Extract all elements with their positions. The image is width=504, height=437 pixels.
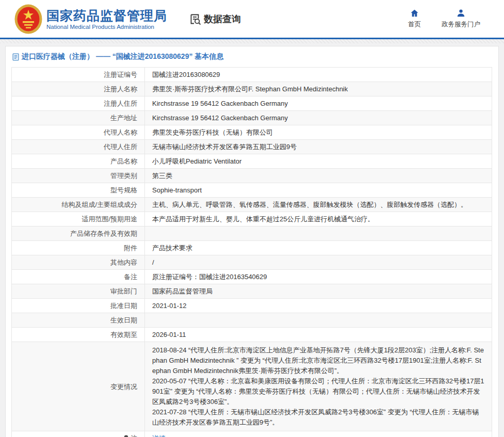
field-value: 国械注进20163080629 — [145, 68, 492, 82]
field-value: 无锡市锡山经济技术开发区春笋路五期工业园9号 — [145, 140, 492, 154]
field-label: 注 — [131, 434, 137, 437]
field-value: 弗里茨史蒂芬医疗科技（无锡）有限公司 — [145, 125, 492, 140]
field-value: 原注册证编号：国械注进20163540629 — [145, 270, 492, 284]
field-value: 2026-01-11 — [145, 328, 492, 342]
field-label: 有效期至 — [12, 328, 145, 342]
data-query-label: 数据查询 — [204, 13, 241, 25]
field-value: 弗里茨·斯蒂芬医疗技术有限公司F. Stephan GmbH Medizinte… — [145, 82, 492, 96]
field-value: Kirchstrasse 19 56412 Gackenbach Germany — [145, 96, 492, 111]
table-row-note: 注 详情 — [12, 431, 492, 437]
field-label: 注册人住所 — [12, 96, 145, 111]
field-label: 结构及组成/主要组成成分 — [12, 198, 145, 212]
brand[interactable]: 国家药品监督管理局 National Medical Products Admi… — [14, 4, 167, 34]
document-search-icon — [189, 13, 201, 25]
field-label: 管理类别 — [12, 169, 145, 183]
field-label: 批准日期 — [12, 299, 145, 313]
change-entry: 2020-05-07 “代理人名称：北京嘉和美康医用设备有限公司；代理人住所：北… — [152, 376, 484, 407]
table-row: 生产地址 Kirchstrasse 19 56412 Gackenbach Ge… — [12, 111, 492, 125]
field-label: 代理人住所 — [12, 140, 145, 154]
table-row: 代理人名称 弗里茨史蒂芬医疗科技（无锡）有限公司 — [12, 125, 492, 140]
table-row: 附件 产品技术要求 — [12, 241, 492, 255]
table-row: 有效期至 2026-01-11 — [12, 328, 492, 342]
nav-home[interactable]: 首页 — [408, 9, 421, 29]
top-nav: 首页 政务服务门户 — [408, 9, 480, 29]
org-name-en: National Medical Products Administration — [46, 24, 167, 30]
field-label: 附件 — [12, 241, 145, 255]
field-label: 产品储存条件及有效期 — [12, 226, 145, 241]
table-row: 产品储存条件及有效期 — [12, 226, 492, 241]
field-value: Sophie-transport — [145, 183, 492, 198]
table-row: 管理类别 第三类 — [12, 169, 492, 183]
field-value: 国家药品监督管理局 — [145, 284, 492, 299]
field-value — [145, 226, 492, 241]
table-row: 型号规格 Sophie-transport — [12, 183, 492, 198]
table-row: 注册人住所 Kirchstrasse 19 56412 Gackenbach G… — [12, 96, 492, 111]
field-label: 生产地址 — [12, 111, 145, 125]
table-row: 产品名称 小儿呼吸机Pediatric Ventilator — [12, 154, 492, 169]
table-row: 结构及组成/主要组成成分 主机、病人单元、呼吸管路、氧传感器、流量传感器、腹部触… — [12, 198, 492, 212]
table-row: 其他内容 / — [12, 255, 492, 270]
field-label: 备注 — [12, 270, 145, 284]
detail-link[interactable]: 详情 — [152, 434, 166, 437]
decorative-hatch-strip — [0, 39, 504, 43]
page-title-text: 进口医疗器械（注册） —— “国械注进20163080629” 基本信息 — [22, 52, 223, 61]
field-label: 产品名称 — [12, 154, 145, 169]
field-label: 适用范围/预期用途 — [12, 212, 145, 226]
field-value — [145, 313, 492, 328]
field-label: 变更情况 — [12, 342, 145, 431]
table-row-change-history: 变更情况 2018-08-24 “代理人住所:北京市海淀区上地信息产业基地开拓路… — [12, 342, 492, 431]
data-query-nav[interactable]: 数据查询 — [189, 13, 241, 25]
page-icon — [12, 53, 19, 61]
field-value: 第三类 — [145, 169, 492, 183]
field-value: Kirchstrasse 19 56412 Gackenbach Germany — [145, 111, 492, 125]
table-row: 注册证编号 国械注进20163080629 — [12, 68, 492, 82]
field-label: 生效日期 — [12, 313, 145, 328]
change-entry: 2021-07-28 “代理人住所：无锡市锡山区经济技术开发区凤威路2号3号楼3… — [152, 407, 484, 428]
field-value: 主机、病人单元、呼吸管路、氧传感器、流量传感器、腹部触发模块（选配）、腹部触发传… — [145, 198, 492, 212]
field-value: 2021-01-12 — [145, 299, 492, 313]
nav-portal[interactable]: 政务服务门户 — [442, 9, 480, 29]
change-history-value: 2018-08-24 “代理人住所:北京市海淀区上地信息产业基地开拓路7号（先锋… — [145, 342, 492, 431]
table-row: 生效日期 — [12, 313, 492, 328]
field-value: 本产品适用于对新生儿、婴儿、体重不超过25公斤儿童进行机械通气治疗。 — [145, 212, 492, 226]
page-title: 进口医疗器械（注册） —— “国械注进20163080629” 基本信息 — [6, 46, 498, 66]
table-row: 批准日期 2021-01-12 — [12, 299, 492, 313]
registration-info-table: 注册证编号 国械注进20163080629 注册人名称 弗里茨·斯蒂芬医疗技术有… — [11, 67, 492, 437]
site-header: 国家药品监督管理局 National Medical Products Admi… — [0, 0, 504, 39]
change-entry: 2018-08-24 “代理人住所:北京市海淀区上地信息产业基地开拓路7号（先锋… — [152, 345, 484, 376]
field-label: 注册证编号 — [12, 68, 145, 82]
field-label: 代理人名称 — [12, 125, 145, 140]
national-emblem-icon — [14, 4, 42, 34]
field-label: 型号规格 — [12, 183, 145, 198]
table-row: 代理人住所 无锡市锡山经济技术开发区春笋路五期工业园9号 — [12, 140, 492, 154]
table-row: 审批部门 国家药品监督管理局 — [12, 284, 492, 299]
field-value: / — [145, 255, 492, 270]
nav-portal-label: 政务服务门户 — [442, 20, 480, 29]
field-value: 产品技术要求 — [145, 241, 492, 255]
field-label: 审批部门 — [12, 284, 145, 299]
user-icon — [457, 9, 465, 18]
table-row: 备注 原注册证编号：国械注进20163540629 — [12, 270, 492, 284]
home-icon — [410, 9, 419, 18]
field-value: 小儿呼吸机Pediatric Ventilator — [145, 154, 492, 169]
table-row: 注册人名称 弗里茨·斯蒂芬医疗技术有限公司F. Stephan GmbH Med… — [12, 82, 492, 96]
table-row: 适用范围/预期用途 本产品适用于对新生儿、婴儿、体重不超过25公斤儿童进行机械通… — [12, 212, 492, 226]
org-name-cn: 国家药品监督管理局 — [46, 8, 167, 23]
field-label: 其他内容 — [12, 255, 145, 270]
content-panel: 进口医疗器械（注册） —— “国械注进20163080629” 基本信息 注册证… — [5, 46, 499, 437]
nav-home-label: 首页 — [408, 20, 421, 29]
lightbulb-icon — [123, 435, 129, 437]
field-label: 注册人名称 — [12, 82, 145, 96]
